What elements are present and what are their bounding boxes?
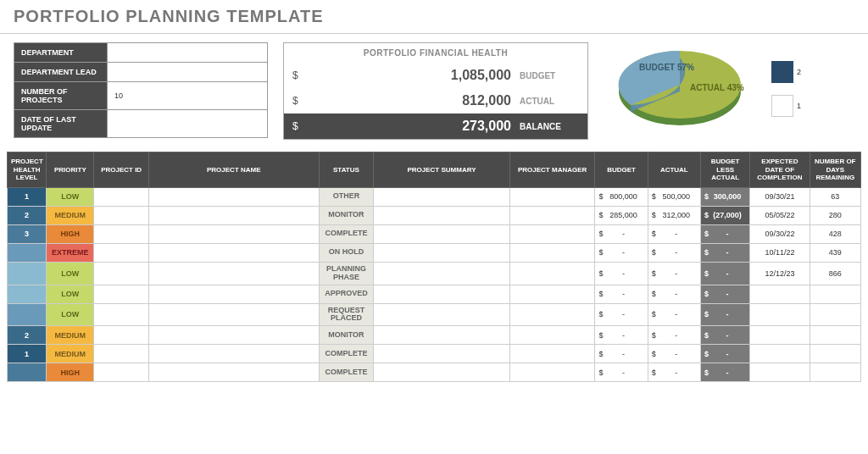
summary-cell[interactable] (374, 285, 510, 303)
health-cell[interactable]: 1 (8, 187, 47, 206)
project-name-cell[interactable] (148, 262, 319, 285)
priority-cell[interactable]: MEDIUM (47, 345, 94, 363)
health-cell[interactable] (8, 303, 47, 326)
priority-cell[interactable]: LOW (47, 285, 94, 303)
manager-cell[interactable] (509, 262, 594, 285)
completion-date-cell[interactable] (750, 345, 810, 363)
manager-cell[interactable] (509, 187, 594, 206)
project-name-cell[interactable] (148, 224, 319, 243)
priority-cell[interactable]: HIGH (47, 224, 94, 243)
manager-cell[interactable] (509, 285, 594, 303)
priority-cell[interactable]: HIGH (47, 363, 94, 382)
budget-cell[interactable]: $- (595, 262, 648, 285)
status-cell[interactable]: OTHER (319, 187, 373, 206)
manager-cell[interactable] (509, 206, 594, 224)
project-id-cell[interactable] (94, 206, 148, 224)
status-cell[interactable]: MONITOR (319, 206, 373, 224)
project-name-cell[interactable] (148, 345, 319, 363)
manager-cell[interactable] (509, 326, 594, 345)
budget-cell[interactable]: $- (595, 326, 648, 345)
budget-cell[interactable]: $- (595, 224, 648, 243)
project-name-cell[interactable] (148, 363, 319, 382)
manager-cell[interactable] (509, 345, 594, 363)
health-cell[interactable] (8, 262, 47, 285)
project-name-cell[interactable] (148, 303, 319, 326)
actual-cell[interactable]: $- (648, 345, 700, 363)
manager-cell[interactable] (509, 224, 594, 243)
actual-cell[interactable]: $- (648, 303, 700, 326)
summary-cell[interactable] (374, 345, 510, 363)
summary-cell[interactable] (374, 363, 510, 382)
completion-date-cell[interactable]: 05/05/22 (750, 206, 810, 224)
meta-value[interactable]: 10 (108, 82, 268, 110)
priority-cell[interactable]: LOW (47, 262, 94, 285)
actual-cell[interactable]: $312,000 (648, 206, 700, 224)
budget-cell[interactable]: $- (595, 345, 648, 363)
budget-cell[interactable]: $- (595, 303, 648, 326)
actual-cell[interactable]: $- (648, 326, 700, 345)
summary-cell[interactable] (374, 187, 510, 206)
health-cell[interactable] (8, 243, 47, 262)
budget-cell[interactable]: $285,000 (595, 206, 648, 224)
summary-cell[interactable] (374, 206, 510, 224)
meta-value[interactable] (108, 43, 268, 63)
status-cell[interactable]: APPROVED (319, 285, 373, 303)
project-id-cell[interactable] (94, 345, 148, 363)
manager-cell[interactable] (509, 303, 594, 326)
health-cell[interactable]: 1 (8, 345, 47, 363)
summary-cell[interactable] (374, 303, 510, 326)
priority-cell[interactable]: EXTREME (47, 243, 94, 262)
actual-cell[interactable]: $- (648, 224, 700, 243)
budget-cell[interactable]: $- (595, 363, 648, 382)
project-id-cell[interactable] (94, 262, 148, 285)
project-name-cell[interactable] (148, 326, 319, 345)
status-cell[interactable]: PLANNING PHASE (319, 262, 373, 285)
actual-cell[interactable]: $- (648, 243, 700, 262)
status-cell[interactable]: COMPLETE (319, 224, 373, 243)
summary-cell[interactable] (374, 262, 510, 285)
completion-date-cell[interactable] (750, 303, 810, 326)
completion-date-cell[interactable] (750, 285, 810, 303)
manager-cell[interactable] (509, 243, 594, 262)
project-id-cell[interactable] (94, 303, 148, 326)
priority-cell[interactable]: MEDIUM (47, 206, 94, 224)
priority-cell[interactable]: LOW (47, 303, 94, 326)
project-id-cell[interactable] (94, 326, 148, 345)
status-cell[interactable]: ON HOLD (319, 243, 373, 262)
actual-cell[interactable]: $- (648, 285, 700, 303)
project-name-cell[interactable] (148, 206, 319, 224)
status-cell[interactable]: MONITOR (319, 326, 373, 345)
priority-cell[interactable]: LOW (47, 187, 94, 206)
health-cell[interactable] (8, 363, 47, 382)
project-id-cell[interactable] (94, 285, 148, 303)
project-id-cell[interactable] (94, 224, 148, 243)
project-name-cell[interactable] (148, 187, 319, 206)
health-cell[interactable]: 2 (8, 326, 47, 345)
completion-date-cell[interactable] (750, 326, 810, 345)
completion-date-cell[interactable]: 09/30/21 (750, 187, 810, 206)
priority-cell[interactable]: MEDIUM (47, 326, 94, 345)
project-name-cell[interactable] (148, 285, 319, 303)
project-name-cell[interactable] (148, 243, 319, 262)
summary-cell[interactable] (374, 224, 510, 243)
actual-cell[interactable]: $- (648, 262, 700, 285)
budget-cell[interactable]: $800,000 (595, 187, 648, 206)
status-cell[interactable]: REQUEST PLACED (319, 303, 373, 326)
project-id-cell[interactable] (94, 363, 148, 382)
summary-cell[interactable] (374, 326, 510, 345)
actual-cell[interactable]: $500,000 (648, 187, 700, 206)
completion-date-cell[interactable]: 10/11/22 (750, 243, 810, 262)
completion-date-cell[interactable]: 09/30/22 (750, 224, 810, 243)
project-id-cell[interactable] (94, 187, 148, 206)
completion-date-cell[interactable] (750, 363, 810, 382)
health-cell[interactable] (8, 285, 47, 303)
budget-cell[interactable]: $- (595, 285, 648, 303)
health-cell[interactable]: 2 (8, 206, 47, 224)
meta-value[interactable] (108, 110, 268, 138)
meta-value[interactable] (108, 63, 268, 82)
project-id-cell[interactable] (94, 243, 148, 262)
manager-cell[interactable] (509, 363, 594, 382)
health-cell[interactable]: 3 (8, 224, 47, 243)
completion-date-cell[interactable]: 12/12/23 (750, 262, 810, 285)
budget-cell[interactable]: $- (595, 243, 648, 262)
